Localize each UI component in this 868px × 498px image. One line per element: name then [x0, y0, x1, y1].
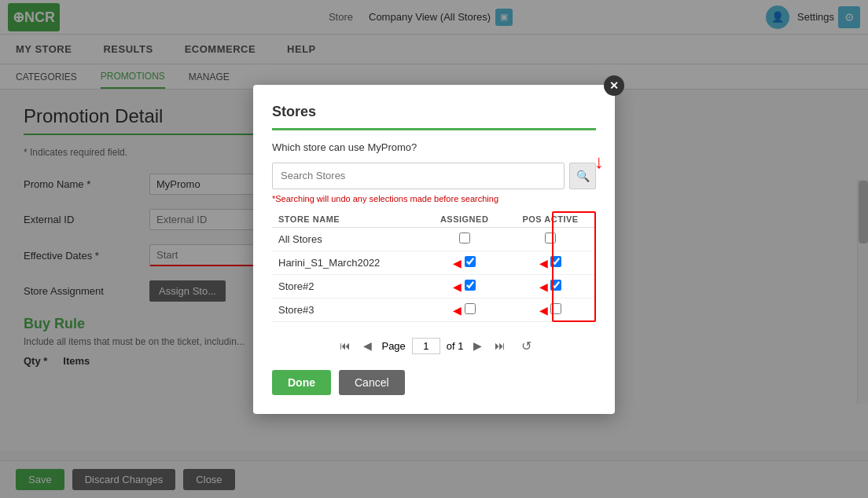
assigned-checkbox[interactable]	[459, 233, 470, 244]
pos-active-cell: ◀	[505, 274, 596, 298]
store-name-cell: All Stores	[272, 227, 424, 251]
red-arrow-icon: ◀	[539, 257, 548, 269]
table-wrapper: STORE NAME ASSIGNED POS ACTIVE All Store…	[272, 211, 596, 322]
search-note: *Searching will undo any selections made…	[272, 194, 596, 203]
cancel-button[interactable]: Cancel	[339, 370, 405, 395]
store-name-cell: Store#3	[272, 298, 424, 321]
assigned-checkbox[interactable]	[465, 280, 476, 291]
refresh-button[interactable]: ↺	[521, 339, 531, 353]
assigned-cell: ◀	[424, 274, 505, 298]
assigned-checkbox[interactable]	[465, 303, 476, 314]
pagination: ⏮ ◀ Page of 1 ▶ ⏭ ↺	[272, 338, 596, 354]
prev-page-button[interactable]: ◀	[360, 338, 375, 353]
pos-active-cell: ◀	[505, 298, 596, 321]
search-icon: 🔍	[576, 170, 590, 182]
store-name-cell: Harini_S1_March2022	[272, 251, 424, 274]
red-arrow-icon: ◀	[453, 304, 462, 317]
pos-active-checkbox[interactable]	[545, 233, 556, 244]
assigned-cell: ◀	[424, 298, 505, 321]
red-arrow-icon: ◀	[539, 280, 548, 293]
assigned-checkbox[interactable]	[465, 256, 476, 267]
modal-footer: Done Cancel	[272, 370, 596, 395]
pos-active-cell: ◀	[505, 251, 596, 274]
red-arrow-icon: ◀	[453, 280, 462, 293]
assigned-header: ASSIGNED	[424, 211, 505, 228]
first-page-button[interactable]: ⏮	[337, 338, 354, 353]
modal-overlay: ✕ Stores Which store can use MyPromo? 🔍 …	[0, 0, 868, 498]
table-row: Store#3 ◀ ◀	[272, 298, 596, 321]
pos-active-cell	[505, 227, 596, 251]
table-row: Harini_S1_March2022 ◀ ◀	[272, 251, 596, 274]
search-row: 🔍	[272, 163, 596, 189]
search-area: 🔍 ↓	[272, 163, 596, 189]
next-page-button[interactable]: ▶	[470, 338, 485, 353]
modal-title: Stores	[272, 104, 596, 130]
assigned-cell	[424, 227, 505, 251]
page-label: Page	[381, 340, 405, 352]
page-number-input[interactable]	[412, 338, 440, 354]
red-arrow-indicator: ↓	[594, 151, 604, 173]
store-name-header: STORE NAME	[272, 211, 424, 228]
pos-active-checkbox[interactable]	[550, 280, 561, 291]
modal-question: Which store can use MyPromo?	[272, 141, 596, 153]
stores-modal: ✕ Stores Which store can use MyPromo? 🔍 …	[253, 85, 615, 414]
of-label: of 1	[447, 340, 464, 352]
table-row: Store#2 ◀ ◀	[272, 274, 596, 298]
pos-active-header: POS ACTIVE	[505, 211, 596, 228]
red-arrow-icon: ◀	[453, 257, 462, 269]
pos-active-checkbox[interactable]	[550, 303, 561, 314]
pos-active-checkbox[interactable]	[550, 256, 561, 267]
search-button[interactable]: 🔍	[569, 163, 596, 189]
table-row: All Stores	[272, 227, 596, 251]
last-page-button[interactable]: ⏭	[491, 338, 509, 353]
done-button[interactable]: Done	[272, 370, 331, 395]
assigned-cell: ◀	[424, 251, 505, 274]
stores-table: STORE NAME ASSIGNED POS ACTIVE All Store…	[272, 211, 596, 322]
search-stores-input[interactable]	[272, 163, 565, 189]
store-name-cell: Store#2	[272, 274, 424, 298]
red-arrow-icon: ◀	[539, 304, 548, 317]
modal-close-button[interactable]: ✕	[604, 75, 624, 96]
